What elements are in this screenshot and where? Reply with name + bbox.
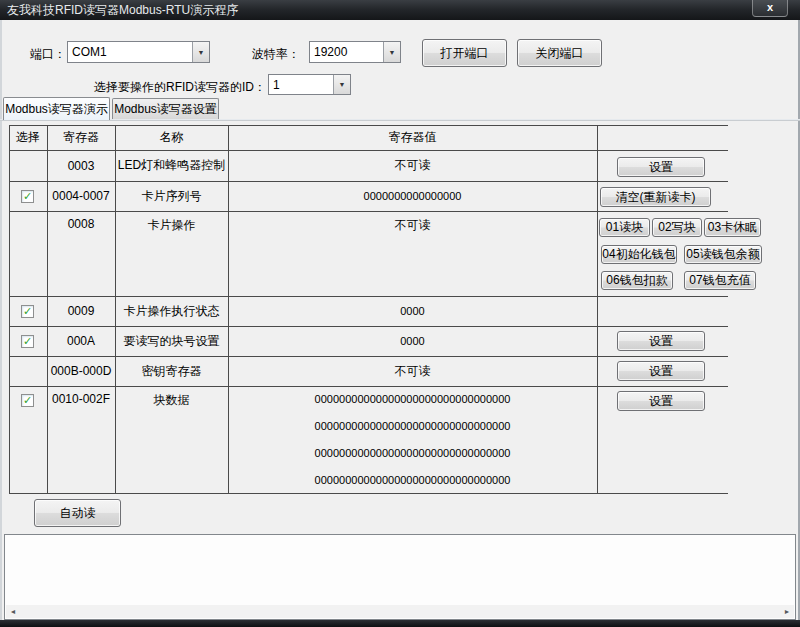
- wallet-debit-button[interactable]: 06钱包扣款: [601, 271, 673, 290]
- register-cell: 0003: [47, 150, 115, 181]
- button-label: 设置: [649, 363, 673, 380]
- tab-label: Modbus读写器演示: [5, 101, 108, 118]
- set-button-0003[interactable]: 设置: [617, 157, 705, 177]
- close-port-button[interactable]: 关闭端口: [517, 39, 602, 67]
- register-cell: 0010-002F: [47, 386, 115, 493]
- open-port-label: 打开端口: [441, 45, 489, 62]
- baud-select-value: 19200: [310, 45, 383, 59]
- clear-reread-button[interactable]: 清空(重新读卡): [600, 187, 711, 207]
- name-cell: 密钥寄存器: [115, 356, 228, 386]
- tab-modbus-settings[interactable]: Modbus读写器设置: [112, 98, 219, 119]
- button-label: 设置: [649, 393, 673, 410]
- baud-label: 波特率：: [252, 46, 300, 63]
- register-cell: 000B-000D: [47, 356, 115, 386]
- column-header-name: 名称: [115, 125, 228, 150]
- check-icon: ✓: [23, 306, 32, 317]
- set-button-0010[interactable]: 设置: [617, 391, 705, 411]
- read-wallet-balance-button[interactable]: 05读钱包余额: [684, 245, 762, 264]
- window-title: 友我科技RFID读写器Modbus-RTU演示程序: [7, 3, 238, 17]
- set-button-000B[interactable]: 设置: [617, 361, 705, 381]
- baud-select[interactable]: 19200 ▼: [309, 41, 401, 63]
- write-block-button[interactable]: 02写块: [652, 218, 702, 237]
- horizontal-scrollbar[interactable]: ◄ ►: [6, 605, 794, 618]
- chevron-down-icon[interactable]: ▼: [192, 42, 209, 62]
- set-button-000A[interactable]: 设置: [617, 331, 705, 351]
- button-label: 设置: [649, 333, 673, 350]
- port-select-value: COM1: [68, 45, 192, 59]
- reader-id-select-value: 1: [269, 78, 333, 92]
- table-gridline: [9, 125, 10, 493]
- name-cell: 卡片操作: [115, 211, 228, 296]
- title-bar: 友我科技RFID读写器Modbus-RTU演示程序 x: [0, 0, 800, 20]
- window-bottom-border: [0, 620, 800, 627]
- value-cell: 不可读: [228, 150, 597, 181]
- checkbox-0009[interactable]: ✓: [21, 305, 34, 318]
- column-header-select: 选择: [9, 125, 47, 150]
- register-cell: 0008: [47, 211, 115, 296]
- button-label: 06钱包扣款: [606, 272, 667, 289]
- port-select[interactable]: COM1 ▼: [67, 41, 210, 63]
- table-gridline: [597, 125, 598, 493]
- button-label: 自动读: [60, 505, 96, 522]
- check-icon: ✓: [23, 191, 32, 202]
- close-button[interactable]: x: [752, 0, 788, 17]
- button-label: 05读钱包余额: [686, 246, 759, 263]
- reader-id-select[interactable]: 1 ▼: [268, 74, 351, 95]
- scroll-left-icon[interactable]: ◄: [6, 605, 20, 618]
- register-cell: 0004-0007: [47, 181, 115, 211]
- port-label: 端口：: [30, 46, 66, 63]
- chevron-down-icon[interactable]: ▼: [333, 75, 350, 94]
- scroll-right-icon[interactable]: ►: [780, 605, 794, 618]
- check-icon: ✓: [23, 395, 32, 406]
- close-icon: x: [767, 1, 773, 13]
- name-cell: 要读写的块号设置: [115, 326, 228, 356]
- value-cell: 不可读: [228, 211, 597, 296]
- tab-label: Modbus读写器设置: [114, 101, 217, 118]
- block-data-line: 00000000000000000000000000000000: [315, 467, 511, 494]
- name-cell: 卡片操作执行状态: [115, 296, 228, 326]
- value-cell: 00000000000000000000000000000000 0000000…: [228, 386, 597, 493]
- app-window: 友我科技RFID读写器Modbus-RTU演示程序 x 端口： COM1 ▼ 波…: [0, 0, 800, 627]
- checkbox-000A[interactable]: ✓: [21, 335, 34, 348]
- button-label: 02写块: [658, 219, 695, 236]
- register-cell: 000A: [47, 326, 115, 356]
- card-halt-button[interactable]: 03卡休眠: [704, 218, 761, 237]
- value-cell: 0000000000000000: [228, 181, 597, 211]
- name-cell: LED灯和蜂鸣器控制: [115, 150, 228, 181]
- auto-read-button[interactable]: 自动读: [34, 499, 121, 527]
- block-data-line: 00000000000000000000000000000000: [315, 413, 511, 440]
- reader-id-label: 选择要操作的RFID读写器的ID：: [60, 79, 266, 96]
- column-header-register: 寄存器: [47, 125, 115, 150]
- name-cell: 块数据: [115, 386, 228, 493]
- tab-modbus-demo[interactable]: Modbus读写器演示: [3, 97, 110, 120]
- register-cell: 0009: [47, 296, 115, 326]
- button-label: 03卡休眠: [708, 219, 757, 236]
- read-block-button[interactable]: 01读块: [599, 218, 650, 237]
- open-port-button[interactable]: 打开端口: [422, 39, 507, 67]
- name-cell: 卡片序列号: [115, 181, 228, 211]
- check-icon: ✓: [23, 336, 32, 347]
- button-label: 清空(重新读卡): [616, 189, 696, 206]
- button-label: 07钱包充值: [689, 272, 750, 289]
- block-data-line: 00000000000000000000000000000000: [315, 440, 511, 467]
- value-cell: 0000: [228, 296, 597, 326]
- log-listbox[interactable]: ◄ ►: [4, 534, 796, 620]
- tab-page-edge: [0, 119, 800, 120]
- value-cell: 不可读: [228, 356, 597, 386]
- button-label: 设置: [649, 159, 673, 176]
- checkbox-0010-002F[interactable]: ✓: [21, 394, 34, 407]
- init-wallet-button[interactable]: 04初始化钱包: [601, 245, 677, 264]
- button-label: 04初始化钱包: [602, 246, 675, 263]
- button-label: 01读块: [606, 219, 643, 236]
- value-cell: 0000: [228, 326, 597, 356]
- checkbox-0004-0007[interactable]: ✓: [21, 190, 34, 203]
- window-border-left: [0, 20, 2, 620]
- chevron-down-icon[interactable]: ▼: [383, 42, 400, 62]
- close-port-label: 关闭端口: [536, 45, 584, 62]
- column-header-value: 寄存器值: [228, 125, 597, 150]
- block-data-line: 00000000000000000000000000000000: [315, 386, 511, 413]
- wallet-recharge-button[interactable]: 07钱包充值: [684, 271, 756, 290]
